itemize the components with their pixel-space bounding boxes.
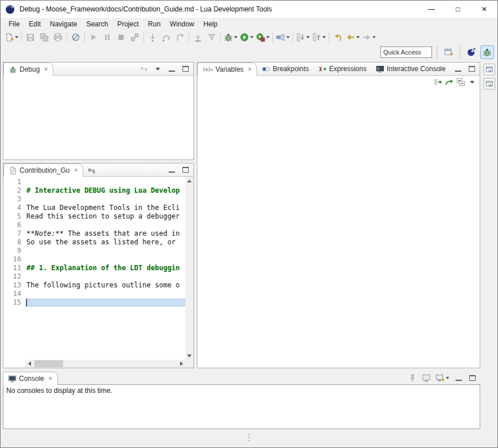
scroll-left-icon[interactable] [25, 360, 33, 368]
code-line[interactable] [25, 290, 185, 298]
workbench: Debug✕ Contribution_Gu✕ » 5 123456789101… [1, 60, 497, 447]
menu-edit[interactable]: Edit [24, 19, 45, 29]
variables-tree-area[interactable] [197, 88, 480, 368]
maximize-button[interactable] [181, 165, 190, 175]
minimize-button[interactable] [453, 64, 462, 74]
minimize-button[interactable] [167, 165, 176, 175]
code-line[interactable]: **Note:** The assets that are used in [25, 229, 185, 238]
dropdown-arrow-icon[interactable] [250, 36, 254, 38]
close-tab-icon[interactable]: ✕ [44, 67, 48, 72]
dropdown-arrow-icon[interactable] [356, 36, 360, 38]
menu-search[interactable]: Search [81, 19, 112, 29]
scroll-down-icon[interactable] [185, 352, 193, 360]
view-menu-button[interactable] [468, 77, 477, 87]
tab-breakpoints[interactable]: Breakpoints [257, 63, 313, 75]
next-annotation-icon [296, 33, 305, 42]
code-line[interactable] [25, 298, 185, 307]
navigate-into-variable-icon [445, 77, 454, 87]
close-tab-icon[interactable]: ✕ [73, 167, 78, 173]
tab-console[interactable]: Console✕ [3, 372, 58, 385]
code-line[interactable] [25, 195, 185, 204]
dropdown-arrow-icon[interactable] [234, 36, 238, 38]
line-number-ruler[interactable]: 123456789101112131415 [3, 177, 25, 360]
window-controls: —□✕ [418, 1, 497, 18]
collapse-all-button[interactable] [456, 77, 465, 87]
show-logical-structure-button[interactable] [433, 77, 442, 87]
dropdown-arrow-icon[interactable] [446, 377, 449, 379]
code-line[interactable]: # Interactive DEBUG using Lua Develop [25, 186, 185, 195]
dropdown-arrow-icon[interactable] [286, 36, 290, 38]
menu-file[interactable]: File [4, 19, 24, 29]
code-line[interactable] [25, 178, 185, 186]
tab-contribution_gu[interactable]: Contribution_Gu✕ [3, 163, 83, 177]
menu-window[interactable]: Window [165, 19, 199, 29]
dropdown-arrow-icon[interactable] [15, 36, 18, 38]
last-edit-location-button[interactable] [331, 31, 345, 44]
maximize-button[interactable]: □ [445, 1, 471, 18]
window-title: Debug - Moose_Framework/docs/Contributio… [20, 5, 272, 13]
horizontal-scroll-thumb[interactable] [34, 360, 63, 367]
debug-perspective-button[interactable] [480, 45, 494, 59]
code-line[interactable]: Read this section to setup a debugger [25, 212, 185, 221]
scroll-right-icon[interactable] [177, 360, 185, 368]
code-line[interactable] [25, 255, 185, 264]
code-line[interactable] [25, 247, 185, 255]
search-button[interactable] [275, 31, 291, 44]
editor-horizontal-scrollbar[interactable] [25, 360, 185, 368]
title-bar[interactable]: Debug - Moose_Framework/docs/Contributio… [1, 1, 497, 18]
close-button[interactable]: ✕ [471, 1, 497, 18]
restore-minimized-view-1-button[interactable] [484, 64, 495, 75]
external-tools-button[interactable] [255, 31, 271, 44]
lua-perspective-button[interactable] [464, 45, 478, 59]
navigate-into-variable-button[interactable] [445, 77, 454, 87]
view-menu-button[interactable] [153, 64, 162, 74]
dropdown-arrow-icon[interactable] [322, 36, 326, 38]
status-bar-grip[interactable] [248, 434, 250, 441]
text-editor-area[interactable]: # Interactive DEBUG using Lua DevelopThe… [25, 177, 185, 360]
close-tab-icon[interactable]: ✕ [248, 67, 252, 72]
minimize-button[interactable] [167, 64, 176, 74]
dropdown-arrow-icon[interactable] [306, 36, 310, 38]
minimize-button[interactable] [454, 373, 463, 383]
tab-debug[interactable]: Debug✕ [3, 63, 53, 76]
hidden-editors-chevron[interactable]: » 5 [83, 163, 98, 176]
minimize-button[interactable]: — [418, 1, 445, 18]
open-perspective-button[interactable] [442, 45, 456, 59]
close-icon: ✕ [481, 5, 487, 13]
code-line[interactable]: ## 1. Explanation of the LDT debuggin [25, 264, 185, 272]
maximize-button[interactable] [181, 64, 190, 74]
code-line[interactable]: The following pictures outline some o [25, 281, 185, 290]
terminate-button [114, 31, 128, 44]
debug-tree-area[interactable] [3, 76, 193, 159]
skip-all-breakpoints-button[interactable] [69, 31, 83, 44]
tab-expressions[interactable]: Expressions [314, 63, 371, 75]
code-line[interactable]: The Lua Development Tools in the Ecli [25, 204, 185, 212]
code-line[interactable] [25, 272, 185, 281]
dropdown-arrow-icon[interactable] [372, 36, 376, 38]
menu-help[interactable]: Help [199, 19, 223, 29]
restore-minimized-view-2-button[interactable] [484, 78, 495, 89]
maximize-button[interactable] [468, 373, 477, 383]
new-button[interactable] [3, 31, 20, 44]
code-line[interactable] [25, 221, 185, 229]
tab-interactive-console[interactable]: Interactive Console [371, 63, 450, 75]
code-line[interactable]: So use the assets as listed here, or [25, 238, 185, 247]
scroll-up-icon[interactable] [185, 177, 193, 185]
run-button[interactable] [239, 31, 255, 44]
dropdown-arrow-icon[interactable] [266, 36, 270, 38]
console-output-area[interactable]: No consoles to display at this time. [3, 384, 480, 429]
menu-project[interactable]: Project [112, 19, 143, 29]
open-console-button[interactable] [435, 373, 449, 383]
close-tab-icon[interactable]: ✕ [48, 376, 53, 381]
previous-annotation-button[interactable] [311, 31, 327, 44]
next-annotation-button[interactable] [295, 31, 311, 44]
quick-access-input[interactable] [380, 46, 432, 58]
console-tab-list: Console✕ [3, 372, 58, 384]
maximize-button[interactable] [467, 64, 476, 74]
editor-vertical-scrollbar[interactable] [185, 177, 193, 360]
menu-run[interactable]: Run [143, 19, 165, 29]
tab-variables[interactable]: (x)=Variables✕ [197, 63, 257, 76]
debug-button[interactable] [223, 31, 239, 44]
back-button[interactable] [345, 31, 361, 44]
menu-navigate[interactable]: Navigate [45, 19, 81, 29]
